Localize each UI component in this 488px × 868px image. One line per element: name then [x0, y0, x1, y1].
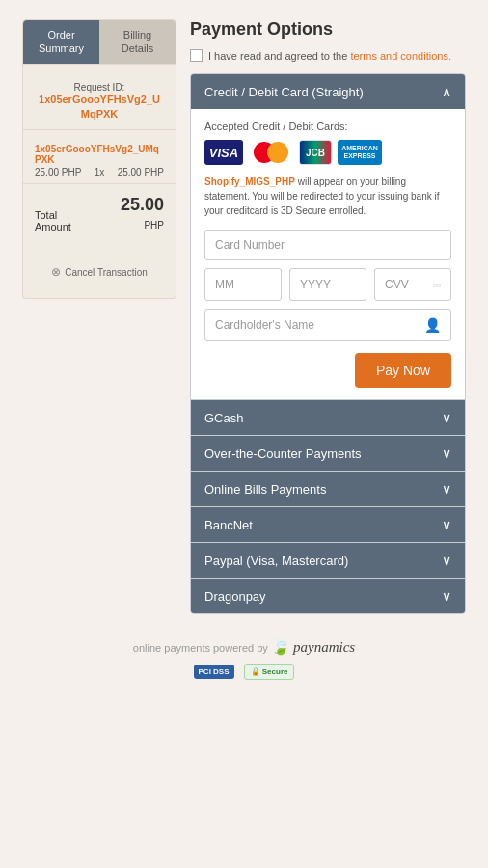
terms-row: I have read and agreed to the terms and … [190, 49, 466, 62]
accordion-header-online-bills[interactable]: Online Bills Payments ∨ [191, 472, 465, 506]
credit-card-label: Credit / Debit Card (Straight) [204, 85, 364, 99]
chevron-up-icon: ∧ [442, 84, 451, 99]
amex-logo: AMERICANEXPRESS [338, 140, 382, 165]
accordion-content-credit-card: Accepted Credit / Debit Cards: VISA JCB … [191, 109, 465, 399]
chevron-down-icon-otc: ∨ [442, 446, 451, 461]
cvv-field[interactable]: CVV ⎓ [374, 268, 451, 301]
terms-link[interactable]: terms and conditions. [350, 50, 451, 62]
cancel-section: ⊗ Cancel Transaction [23, 258, 176, 286]
card-number-placeholder: Card Number [215, 238, 285, 252]
tabs: Order Summary Billing Details [23, 20, 176, 65]
yyyy-field[interactable]: YYYY [289, 268, 366, 301]
pay-now-button[interactable]: Pay Now [355, 353, 451, 388]
accordion-header-paypal[interactable]: Paypal (Visa, Mastercard) ∨ [191, 543, 465, 578]
paynamics-brand: paynamics [293, 639, 355, 655]
terms-checkbox[interactable] [190, 49, 203, 62]
left-panel: Order Summary Billing Details Request ID… [22, 19, 176, 299]
item-qty: 1x [95, 167, 105, 177]
bancnet-label: BancNet [204, 518, 253, 532]
expiry-cvv-row: MM YYYY CVV ⎓ [204, 268, 451, 301]
mm-placeholder: MM [215, 278, 234, 291]
payment-title: Payment Options [190, 19, 466, 40]
terms-text: I have read and agreed to the terms and … [208, 50, 451, 62]
accordion-header-dragonpay[interactable]: Dragonpay ∨ [191, 579, 465, 613]
total-number: 25.00 [121, 196, 164, 215]
card-icon: ⎓ [433, 277, 441, 292]
footer: online payments powered by 🍃 paynamics P… [133, 637, 355, 680]
cvv-placeholder: CVV [385, 278, 409, 291]
cancel-icon: ⊗ [51, 265, 61, 279]
tab-order-summary[interactable]: Order Summary [23, 20, 99, 64]
secure-badge: 🔒 Secure [244, 664, 295, 680]
request-id-section: Request ID: 1x05erGoooYFHsVg2_UMqPXK [23, 74, 176, 131]
mastercard-logo [249, 140, 293, 165]
item-total: 25.00 PHP [118, 167, 164, 177]
paynamics-leaf-icon: 🍃 [271, 638, 290, 655]
total-section: Total Amount 25.00 PHP [23, 190, 176, 238]
accordion: Credit / Debit Card (Straight) ∧ Accepte… [190, 73, 466, 614]
card-logos: VISA JCB AMERICANEXPRESS [204, 140, 451, 165]
order-item-name: 1x05erGoooYFHsVg2_UMqPXK [35, 144, 164, 165]
footer-powered: online payments powered by 🍃 paynamics [133, 637, 355, 656]
accordion-item-bancnet: BancNet ∨ [191, 507, 465, 543]
card-number-field[interactable]: Card Number [204, 230, 451, 260]
person-icon: 👤 [424, 317, 441, 333]
order-item: 1x05erGoooYFHsVg2_UMqPXK 25.00 PHP 1x 25… [23, 138, 176, 184]
right-panel: Payment Options I have read and agreed t… [190, 19, 466, 614]
total-amount: 25.00 PHP [121, 196, 164, 232]
accordion-header-credit-card[interactable]: Credit / Debit Card (Straight) ∧ [191, 74, 465, 109]
accordion-item-paypal: Paypal (Visa, Mastercard) ∨ [191, 543, 465, 579]
tab-billing-details[interactable]: Billing Details [99, 20, 176, 64]
accordion-item-online-bills: Online Bills Payments ∨ [191, 472, 465, 507]
total-label: Total Amount [35, 209, 71, 232]
yyyy-placeholder: YYYY [300, 278, 331, 291]
billing-brand: Shopify_MIGS_PHP [204, 176, 295, 187]
chevron-down-icon-dragonpay: ∨ [442, 588, 451, 604]
paypal-label: Paypal (Visa, Mastercard) [204, 554, 348, 568]
item-price: 25.00 PHP [35, 167, 81, 177]
accordion-item-dragonpay: Dragonpay ∨ [191, 579, 465, 613]
cancel-transaction-link[interactable]: ⊗ Cancel Transaction [35, 265, 164, 279]
request-label: Request ID: [35, 82, 164, 93]
jcb-logo: JCB [299, 140, 332, 165]
mm-field[interactable]: MM [204, 268, 282, 301]
chevron-down-icon-bancnet: ∨ [442, 517, 451, 532]
mc-right-circle [267, 142, 288, 163]
total-currency: PHP [144, 220, 164, 231]
accordion-header-bancnet[interactable]: BancNet ∨ [191, 507, 465, 542]
gcash-label: GCash [204, 411, 243, 425]
request-id-value: 1x05erGoooYFHsVg2_UMqPXK [35, 93, 164, 122]
cardholder-placeholder: Cardholder's Name [215, 318, 314, 332]
cardholder-field[interactable]: Cardholder's Name 👤 [204, 309, 451, 341]
accordion-item-otc: Over-the-Counter Payments ∨ [191, 436, 465, 472]
visa-logo: VISA [204, 140, 243, 165]
online-bills-label: Online Bills Payments [204, 482, 326, 497]
cancel-label: Cancel Transaction [65, 267, 148, 278]
footer-badges: PCI DSS 🔒 Secure [133, 664, 355, 680]
chevron-down-icon-paypal: ∨ [442, 553, 451, 568]
order-item-details: 25.00 PHP 1x 25.00 PHP [35, 167, 164, 177]
chevron-down-icon-online-bills: ∨ [442, 481, 451, 497]
accordion-header-otc[interactable]: Over-the-Counter Payments ∨ [191, 436, 465, 471]
pci-dss-badge: PCI DSS [194, 665, 234, 679]
chevron-down-icon-gcash: ∨ [442, 410, 451, 425]
accepted-cards-label: Accepted Credit / Debit Cards: [204, 121, 451, 132]
clearfix: Pay Now [204, 349, 451, 388]
otc-label: Over-the-Counter Payments [204, 447, 362, 461]
billing-notice: Shopify_MIGS_PHP will appear on your bil… [204, 175, 451, 218]
accordion-item-gcash: GCash ∨ [191, 400, 465, 436]
dragonpay-label: Dragonpay [204, 589, 266, 604]
accordion-item-credit-card: Credit / Debit Card (Straight) ∧ Accepte… [191, 74, 465, 400]
accordion-header-gcash[interactable]: GCash ∨ [191, 400, 465, 435]
main-container: Order Summary Billing Details Request ID… [22, 19, 466, 614]
